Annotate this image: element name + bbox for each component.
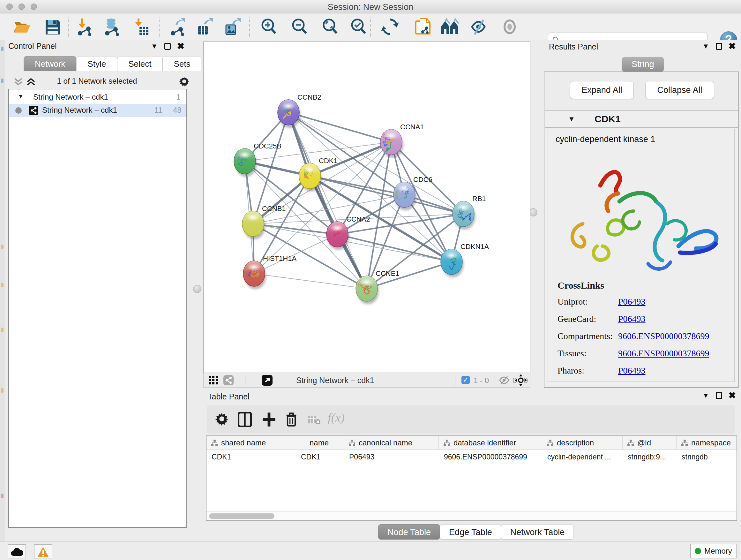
panel-float-icon[interactable] [164,43,171,50]
toolbar-separator [405,17,405,37]
network-from-selection-icon[interactable] [414,18,432,36]
cloud-icon [10,548,23,557]
panel-close-icon[interactable]: ✖ [729,392,736,399]
table-horizontal-scrollbar[interactable] [206,511,737,520]
panel-close-icon[interactable]: ✖ [177,43,185,50]
tab-network[interactable]: Network [23,56,76,71]
import-table-file-icon[interactable] [132,18,150,36]
table-row[interactable]: CDK1 CDK1 P06493 9606.ENSP00000378699 cy… [206,450,737,463]
collapse-all-button[interactable]: Collapse All [645,81,714,99]
title-bar: Session: New Session [0,0,741,13]
zoom-out-icon[interactable] [291,18,309,36]
panel-float-icon[interactable] [716,43,722,50]
hidden-eye-slash-icon[interactable] [499,376,509,384]
panel-collapse-icon[interactable]: ▼ [702,391,710,400]
collection-label: String Network – cdk1 [33,92,108,102]
pan-tool-icon[interactable] [515,374,527,386]
crosslink-link[interactable]: 9606.ENSP00000378699 [618,331,709,341]
protein-structure-image [552,150,731,277]
function-builder-icon[interactable]: f(x) [328,411,345,425]
add-column-icon[interactable] [262,412,276,427]
network-node-ccne1[interactable]: CCNE1 [356,269,400,304]
column-header[interactable]: name [290,436,344,449]
import-network-file-icon[interactable] [76,18,93,36]
entry-expander-icon[interactable]: ▼ [568,115,575,123]
graphics-details-icon[interactable] [469,18,487,36]
open-session-icon[interactable] [13,18,31,36]
network-view-title: String Network – cdk1 [296,376,374,385]
crosslink-link[interactable]: 9606.ENSP00000378699 [618,348,709,359]
panel-float-icon[interactable] [716,392,722,399]
hide-details-icon[interactable] [501,18,519,36]
panel-collapse-icon[interactable]: ▼ [151,42,158,51]
export-table-icon[interactable] [196,18,214,36]
crosslink-label: Uniprot: [557,297,618,307]
crosslink-link[interactable]: P06493 [618,366,646,376]
column-header[interactable]: description [542,436,623,449]
crosslink-label: Compartments: [557,331,618,341]
crosslinks-section: CrossLinks Uniprot:P06493 GeneCard:P0649… [557,280,730,383]
status-bar: Memory [0,542,741,560]
network-list: ▼ String Network – cdk1 1 String Network… [8,89,187,528]
expand-all-button[interactable]: Expand All [570,81,634,99]
network-node-hist1h1a[interactable]: HIST1H1A [243,254,296,289]
delete-column-icon[interactable] [285,412,298,427]
zoom-selected-icon[interactable] [350,18,367,36]
table-gear-icon[interactable] [215,412,229,426]
detach-view-icon[interactable] [262,375,273,386]
view-mode-icon[interactable] [223,375,233,385]
panel-close-icon[interactable]: ✖ [729,43,736,50]
delete-table-icon[interactable] [308,415,321,425]
tab-string[interactable]: String [622,57,664,72]
panel-collapse-icon[interactable]: ▼ [702,42,710,51]
zoom-in-icon[interactable] [260,18,278,36]
crosslink-link[interactable]: P06493 [618,314,646,324]
network-label: String Network – cdk1 [42,106,117,115]
tab-edge-table[interactable]: Edge Table [440,524,501,540]
network-view-toolbar: String Network – cdk1 ✓ 1 - 0 0 - 0 [203,373,530,388]
control-panel-tabs: Network Style Select Sets [23,56,201,71]
cloud-status-button[interactable] [8,544,26,558]
window-title: Session: New Session [0,2,741,12]
scrollbar-thumb[interactable] [209,513,274,519]
crosslink-label: Pharos: [557,366,618,376]
show-columns-icon[interactable] [238,412,252,427]
selected-checkbox-icon[interactable]: ✓ [461,376,470,384]
column-header[interactable]: shared name [206,436,290,449]
window-left-edge [0,40,5,542]
table-panel: Table Panel ▼ ✖ f(x) shared name name ca… [203,388,741,542]
network-collection-row[interactable]: ▼ String Network – cdk1 1 [9,91,186,104]
zoom-fit-icon[interactable] [321,18,339,36]
warnings-button[interactable] [34,544,52,558]
memory-label: Memory [704,547,732,556]
collection-expander-icon[interactable]: ▼ [18,93,23,100]
column-header[interactable]: namespace [677,436,737,449]
grid-mode-icon[interactable] [209,376,218,385]
toolbar-separator [249,17,250,37]
left-splitter-handle[interactable] [193,285,201,293]
export-network-icon[interactable] [169,18,187,36]
network-node-rb1[interactable]: RB1 [453,195,486,230]
column-header[interactable]: canonical name [344,436,439,449]
apply-layout-icon[interactable] [381,18,399,36]
overview-windows-icon[interactable] [441,18,459,36]
column-header[interactable]: @id [623,436,677,449]
tab-select[interactable]: Select [117,56,162,71]
crosslink-link[interactable]: P06493 [618,297,646,307]
save-session-icon[interactable] [44,18,62,36]
tab-network-table[interactable]: Network Table [501,524,574,540]
memory-button[interactable]: Memory [690,544,737,558]
tab-sets[interactable]: Sets [162,56,201,71]
main-toolbar: ? [0,13,741,40]
tab-style[interactable]: Style [76,56,117,71]
gear-icon[interactable] [179,76,190,87]
column-header[interactable]: database identifier [439,436,542,449]
network-row-selected[interactable]: String Network – cdk1 11 48 [9,104,186,117]
crosslink-label: Tissues: [557,348,618,359]
network-node-cdkn1a[interactable]: CDKN1A [441,243,489,277]
tab-node-table[interactable]: Node Table [378,524,440,540]
network-canvas[interactable]: CCNB2CCNA1CDC25BCDK1CDC6RB1CCNB1CCNA2CDK… [203,42,530,373]
import-network-database-icon[interactable] [103,18,121,36]
results-panel: Results Panel ▼ ✖ String Expand All Coll… [542,40,741,391]
export-image-icon[interactable] [223,18,241,36]
